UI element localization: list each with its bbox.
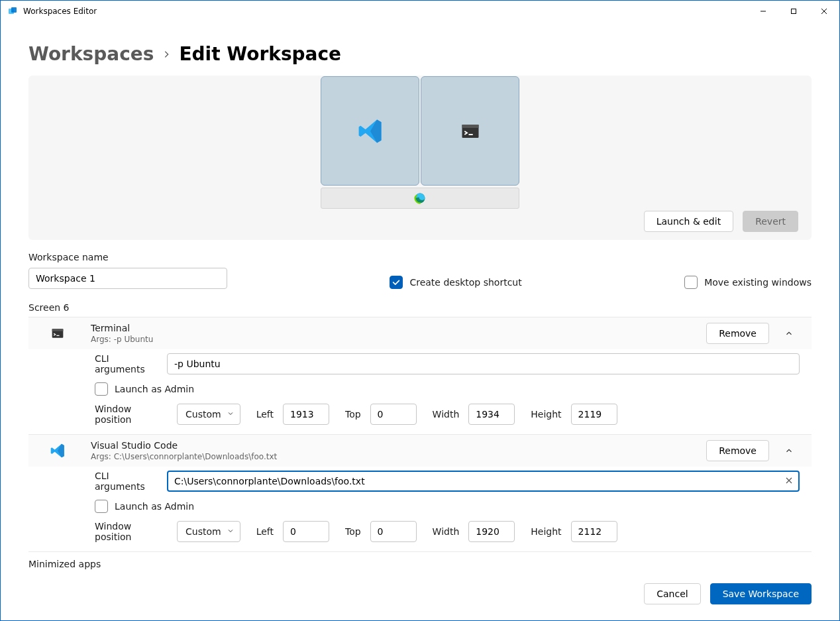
app-args-summary: Args: -p Ubuntu xyxy=(91,335,153,344)
width-label: Width xyxy=(433,409,460,420)
terminal-icon xyxy=(34,327,81,340)
revert-button[interactable]: Revert xyxy=(743,211,798,232)
svg-rect-7 xyxy=(792,9,796,14)
save-workspace-button[interactable]: Save Workspace xyxy=(710,583,812,604)
app-list: Terminal Args: -p Ubuntu Remove CLI argu… xyxy=(28,317,812,573)
app-args-summary: Args: C:\Users\connorplante\Downloads\fo… xyxy=(91,452,277,461)
create-shortcut-checkbox[interactable] xyxy=(390,276,403,289)
cancel-button[interactable]: Cancel xyxy=(644,583,700,604)
minimized-section-label: Minimized apps xyxy=(28,559,812,569)
maximize-button[interactable] xyxy=(778,1,809,22)
launch-admin-label: Launch as Admin xyxy=(115,384,194,394)
launch-edit-button[interactable]: Launch & edit xyxy=(644,211,733,232)
top-label: Top xyxy=(345,409,361,420)
screen-section-label: Screen 6 xyxy=(28,302,812,313)
window-position-label: Window position xyxy=(95,404,168,425)
position-mode-select[interactable]: Custom xyxy=(177,521,240,542)
workspace-name-label: Workspace name xyxy=(28,252,227,262)
remove-button[interactable]: Remove xyxy=(706,440,769,461)
top-input[interactable] xyxy=(370,404,417,425)
app-item: Terminal Args: -p Ubuntu Remove CLI argu… xyxy=(28,317,812,435)
position-mode-select[interactable]: Custom xyxy=(177,404,240,425)
height-input[interactable] xyxy=(571,404,617,425)
app-name: Terminal xyxy=(91,323,153,333)
cli-args-input[interactable] xyxy=(167,471,800,492)
preview-tile-vscode[interactable] xyxy=(321,76,419,186)
clear-icon[interactable] xyxy=(785,476,793,486)
create-shortcut-label: Create desktop shortcut xyxy=(409,277,521,288)
move-windows-checkbox[interactable] xyxy=(684,276,698,289)
workspace-name-input[interactable] xyxy=(28,268,227,289)
width-input[interactable] xyxy=(468,404,515,425)
layout-preview-panel: Launch & edit Revert xyxy=(28,76,812,240)
cli-args-label: CLI arguments xyxy=(95,471,158,492)
breadcrumb-root[interactable]: Workspaces xyxy=(28,43,154,65)
preview-tile-terminal[interactable] xyxy=(421,76,519,186)
app-item: Visual Studio Code Args: C:\Users\connor… xyxy=(28,435,812,552)
height-label: Height xyxy=(531,526,561,537)
cli-args-label: CLI arguments xyxy=(95,353,158,374)
top-input[interactable] xyxy=(370,521,417,542)
cli-args-input[interactable] xyxy=(167,353,800,374)
app-icon xyxy=(7,6,18,17)
close-button[interactable] xyxy=(809,1,839,22)
height-label: Height xyxy=(531,409,561,420)
app-header[interactable]: Terminal Args: -p Ubuntu Remove xyxy=(28,317,812,349)
collapse-button[interactable] xyxy=(778,323,800,344)
titlebar: Workspaces Editor xyxy=(1,1,839,22)
move-windows-label: Move existing windows xyxy=(704,277,812,288)
window-title: Workspaces Editor xyxy=(23,7,97,16)
window-position-label: Window position xyxy=(95,521,168,542)
svg-rect-5 xyxy=(11,7,17,13)
launch-admin-label: Launch as Admin xyxy=(115,501,194,512)
remove-button[interactable]: Remove xyxy=(706,323,769,344)
left-label: Left xyxy=(256,526,274,537)
breadcrumb-current: Edit Workspace xyxy=(179,43,341,65)
collapse-button[interactable] xyxy=(778,440,800,461)
width-label: Width xyxy=(433,526,460,537)
left-input[interactable] xyxy=(283,521,329,542)
top-label: Top xyxy=(345,526,361,537)
vscode-icon xyxy=(34,442,81,459)
width-input[interactable] xyxy=(468,521,515,542)
minimize-button[interactable] xyxy=(748,1,778,22)
left-input[interactable] xyxy=(283,404,329,425)
chevron-right-icon xyxy=(162,46,171,62)
footer: Cancel Save Workspace xyxy=(28,573,812,620)
app-header[interactable]: Visual Studio Code Args: C:\Users\connor… xyxy=(28,435,812,467)
app-name: Visual Studio Code xyxy=(91,440,277,451)
launch-admin-checkbox[interactable] xyxy=(95,500,108,513)
preview-minimized-bar[interactable] xyxy=(321,188,519,209)
left-label: Left xyxy=(256,409,274,420)
breadcrumb: Workspaces Edit Workspace xyxy=(28,22,812,76)
launch-admin-checkbox[interactable] xyxy=(95,382,108,396)
height-input[interactable] xyxy=(571,521,617,542)
